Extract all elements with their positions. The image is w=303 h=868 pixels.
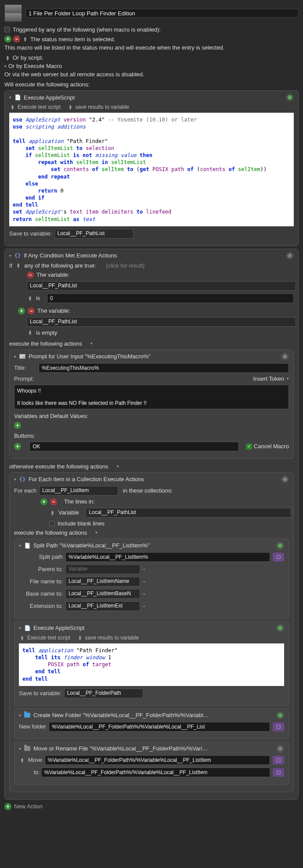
action-execute-applescript-1[interactable]: ▾ 📄 Execute AppleScript Execute text scr…	[4, 90, 299, 246]
variable-label: Variable	[58, 509, 79, 516]
cancel-macro-checkbox[interactable]: ✓ Cancel Macro	[246, 443, 289, 450]
token-button[interactable]: ▢	[273, 756, 284, 764]
lines-var-select[interactable]: Local__PF_PathList	[86, 508, 291, 518]
cond1-var-select[interactable]: Local__PF_PathList	[27, 281, 296, 291]
remove-trigger-button[interactable]: −	[13, 36, 20, 43]
extension-var-select[interactable]: Local__PF_ListItemExt	[65, 601, 140, 611]
disclosure-icon[interactable]: ▾	[9, 254, 11, 258]
action-title: Execute AppleScript	[24, 94, 75, 101]
foreach-body-disclosure[interactable]: ▾	[95, 530, 97, 535]
new-folder-label: New folder	[19, 723, 46, 730]
save-mode-label: save results to variable	[85, 635, 139, 641]
cond-var-label: The variable:	[36, 271, 69, 278]
new-folder-input[interactable]	[49, 722, 270, 732]
gear-icon[interactable]	[281, 475, 289, 483]
remove-condition-button[interactable]: −	[27, 271, 34, 279]
remove-condition-button[interactable]: −	[28, 307, 35, 314]
exec-macro-disclosure[interactable]: ▾	[4, 64, 7, 68]
else-disclosure[interactable]: ▾	[117, 464, 119, 468]
remove-collection-button[interactable]: −	[50, 498, 57, 505]
cond1-op-select[interactable]	[28, 296, 32, 301]
split-path-input[interactable]	[65, 552, 270, 562]
applescript-code-2[interactable]: tell application "Path Finder" tell its …	[19, 643, 284, 686]
save-mode-label: save results to variable	[76, 104, 130, 110]
action-split-path[interactable]: ▾ Split Path "%Variable%Local__PF_ListIt…	[14, 539, 289, 618]
action-prompt-user-input[interactable]: ▾ Prompt for User Input "%ExecutingThisM…	[9, 350, 294, 459]
prompt-title-input[interactable]	[39, 363, 289, 373]
parent-var-select[interactable]: Variable	[65, 564, 140, 574]
exec-mode-select[interactable]	[20, 635, 24, 640]
disclosure-icon[interactable]: ▾	[14, 354, 16, 359]
applescript-code-1[interactable]: use AppleScript version "2.4" -- Yosemit…	[9, 113, 294, 226]
or-exec-label: Or by Execute Macro	[8, 63, 62, 69]
disclosure-icon[interactable]: ▾	[9, 95, 11, 100]
cond2-op-label: is empty	[36, 329, 57, 336]
add-button-button[interactable]: +	[14, 443, 21, 450]
action-create-folder[interactable]: ▾ Create New Folder "%Variable%Local__PF…	[14, 708, 289, 739]
insert-token-caret[interactable]: ▾	[287, 376, 289, 381]
filename-var-select[interactable]: Local__PF_ListItemName	[65, 577, 140, 586]
click-for-result[interactable]: (click for result)	[106, 262, 144, 269]
if-label: If	[9, 262, 12, 269]
source-type-select[interactable]	[50, 510, 54, 515]
save-mode-select[interactable]	[78, 635, 82, 640]
insert-token-button[interactable]: Insert Token	[253, 375, 284, 382]
move-from-input[interactable]	[45, 755, 270, 765]
add-var-button[interactable]: +	[14, 422, 21, 429]
add-condition-button[interactable]: +	[18, 307, 25, 314]
gear-icon[interactable]	[276, 542, 284, 550]
gear-icon[interactable]	[286, 93, 294, 101]
action-for-each[interactable]: ▾ {} For Each Item in a Collection Execu…	[9, 472, 294, 792]
new-action-button[interactable]: +	[4, 803, 11, 810]
action-title: Split Path "%Variable%Local__PF_ListItem…	[33, 542, 150, 549]
add-trigger-button[interactable]: +	[4, 36, 11, 43]
action-execute-applescript-2[interactable]: ▾ 📄 Execute AppleScript Execute text scr…	[14, 621, 289, 706]
save-var-select[interactable]: Local__PF_PathList	[54, 229, 133, 239]
cond1-value-input[interactable]	[47, 293, 294, 303]
action-if-condition[interactable]: ▾ {} If Any Condition Met Execute Action…	[4, 249, 299, 800]
save-mode-select[interactable]	[69, 104, 72, 110]
disclosure-icon[interactable]: ▾	[19, 747, 21, 751]
action-title: If Any Condition Met Execute Actions	[24, 252, 117, 259]
script-icon: 📄	[14, 94, 21, 101]
gear-icon[interactable]	[276, 711, 284, 719]
disclosure-icon[interactable]: ▾	[19, 713, 21, 718]
token-button[interactable]: ▢	[273, 722, 284, 731]
prompt-text-area[interactable]: Whoops !! It looks like there was NO Fil…	[14, 385, 289, 409]
trigger-heading: Triggered by any of the following (when …	[13, 26, 161, 33]
then-disclosure[interactable]: ▾	[90, 341, 93, 346]
extension-to-label: Extension to:	[19, 603, 63, 609]
script-trigger-select[interactable]	[6, 55, 10, 61]
trigger-select-icon[interactable]	[23, 36, 27, 42]
exec-mode-select[interactable]	[11, 104, 14, 110]
add-collection-button[interactable]: +	[40, 498, 47, 505]
gear-icon[interactable]	[276, 745, 284, 753]
foreach-var-select[interactable]: Local__PF_ListItem	[39, 486, 118, 496]
button-ok-input[interactable]	[29, 442, 239, 451]
to-label: to	[34, 769, 39, 775]
any-all-select[interactable]	[16, 263, 20, 268]
token-button[interactable]: ▢	[273, 553, 284, 561]
save-var-select-2[interactable]: Local__PF_FolderPath	[64, 689, 143, 698]
token-button[interactable]: ▢	[273, 768, 284, 777]
exec-mode-label: Execute text script	[18, 104, 61, 110]
title-label: Title:	[14, 364, 36, 371]
gear-icon[interactable]	[276, 624, 284, 632]
dim-folder-icon	[24, 745, 31, 752]
will-exec-label: Will execute the following actions:	[4, 81, 90, 88]
disclosure-icon[interactable]: ▾	[19, 543, 21, 548]
move-mode-select[interactable]	[20, 757, 24, 763]
cond2-var-select[interactable]: Local__PF_PathList	[27, 317, 296, 327]
cond2-op-select[interactable]	[28, 330, 32, 335]
macro-title-input[interactable]	[25, 9, 299, 18]
trigger-enabled-checkbox[interactable]	[4, 27, 10, 32]
disclosure-icon[interactable]: ▾	[19, 626, 21, 630]
disclosure-icon[interactable]: ▾	[14, 477, 16, 482]
basename-var-select[interactable]: Local__PF_ListItemBaseN	[65, 589, 140, 599]
move-to-input[interactable]	[41, 768, 270, 777]
gear-icon[interactable]	[286, 252, 294, 260]
include-blank-checkbox[interactable]	[49, 521, 55, 526]
action-move-file[interactable]: ▾ Move or Rename File "%Variable%Local__…	[14, 742, 289, 785]
save-to-var-label: Save to variable:	[19, 690, 61, 697]
gear-icon[interactable]	[281, 353, 289, 361]
